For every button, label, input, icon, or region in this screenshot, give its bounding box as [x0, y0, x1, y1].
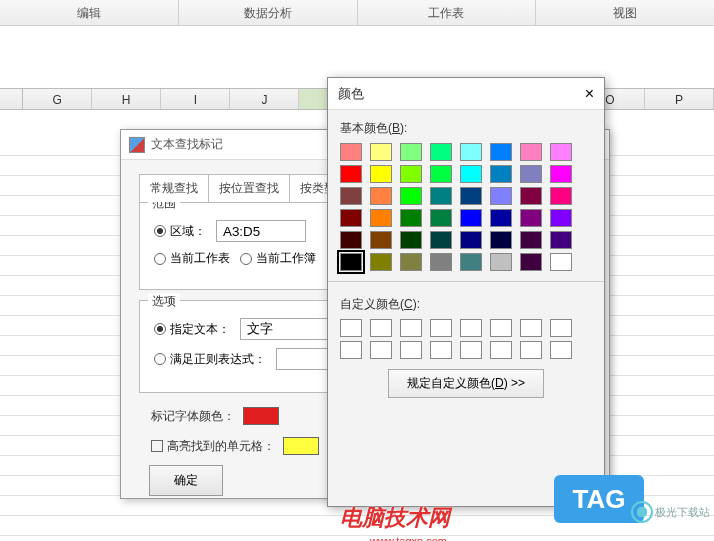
color-dialog-titlebar[interactable]: 颜色 ×	[328, 78, 604, 110]
custom-color-slot[interactable]	[460, 319, 482, 337]
main-toolbar: 编辑 数据分析 工作表 视图	[0, 0, 714, 26]
color-swatch[interactable]	[430, 165, 452, 183]
color-swatch[interactable]	[520, 231, 542, 249]
custom-color-slot[interactable]	[400, 319, 422, 337]
highlight-color-swatch[interactable]	[283, 437, 319, 455]
radio-regex[interactable]: 满足正则表达式：	[154, 351, 266, 368]
color-swatch[interactable]	[430, 187, 452, 205]
color-swatch[interactable]	[520, 209, 542, 227]
color-swatch[interactable]	[550, 143, 572, 161]
radio-worksheet[interactable]: 当前工作表	[154, 250, 230, 267]
color-swatch[interactable]	[520, 165, 542, 183]
define-custom-color-button[interactable]: 规定自定义颜色(D) >>	[388, 369, 544, 398]
color-swatch[interactable]	[430, 209, 452, 227]
mark-color-swatch[interactable]	[243, 407, 279, 425]
color-swatch[interactable]	[340, 143, 362, 161]
color-swatch[interactable]	[400, 187, 422, 205]
custom-color-slot[interactable]	[490, 341, 512, 359]
custom-color-slot[interactable]	[460, 341, 482, 359]
color-swatch[interactable]	[550, 209, 572, 227]
custom-color-slot[interactable]	[520, 319, 542, 337]
color-swatch[interactable]	[370, 253, 392, 271]
color-swatch[interactable]	[490, 253, 512, 271]
ok-button[interactable]: 确定	[149, 465, 223, 496]
color-swatch[interactable]	[400, 231, 422, 249]
area-input[interactable]	[216, 220, 306, 242]
color-swatch[interactable]	[430, 143, 452, 161]
tab-normal-find[interactable]: 常规查找	[139, 174, 209, 202]
color-swatch[interactable]	[430, 253, 452, 271]
radio-text[interactable]: 指定文本：	[154, 321, 230, 338]
col-J[interactable]: J	[230, 89, 299, 109]
app-icon	[129, 137, 145, 153]
color-swatch[interactable]	[520, 187, 542, 205]
select-all-corner[interactable]	[0, 89, 23, 109]
color-swatch[interactable]	[460, 187, 482, 205]
color-swatch[interactable]	[490, 231, 512, 249]
color-swatch[interactable]	[340, 209, 362, 227]
custom-color-slot[interactable]	[400, 341, 422, 359]
color-swatch[interactable]	[400, 253, 422, 271]
color-swatch[interactable]	[490, 209, 512, 227]
color-swatch[interactable]	[460, 253, 482, 271]
custom-color-slot[interactable]	[340, 341, 362, 359]
col-G[interactable]: G	[23, 89, 92, 109]
color-swatch[interactable]	[490, 165, 512, 183]
radio-workbook[interactable]: 当前工作簿	[240, 250, 316, 267]
custom-color-slot[interactable]	[370, 341, 392, 359]
custom-color-slot[interactable]	[430, 341, 452, 359]
color-swatch[interactable]	[400, 209, 422, 227]
color-swatch[interactable]	[490, 143, 512, 161]
color-swatch[interactable]	[460, 165, 482, 183]
toolbar-tab-view[interactable]: 视图	[536, 0, 714, 25]
toolbar-tab-sheet[interactable]: 工作表	[358, 0, 537, 25]
custom-color-slot[interactable]	[550, 319, 572, 337]
color-swatch[interactable]	[490, 187, 512, 205]
custom-color-slot[interactable]	[340, 319, 362, 337]
color-swatch[interactable]	[520, 253, 542, 271]
color-swatch[interactable]	[370, 143, 392, 161]
color-swatch[interactable]	[430, 231, 452, 249]
color-swatch[interactable]	[370, 231, 392, 249]
color-swatch[interactable]	[400, 165, 422, 183]
color-swatch[interactable]	[550, 187, 572, 205]
highlight-label: 高亮找到的单元格：	[167, 438, 275, 455]
color-swatch[interactable]	[370, 165, 392, 183]
text-input[interactable]	[240, 318, 330, 340]
color-dialog-close-button[interactable]: ×	[585, 85, 594, 103]
color-swatch[interactable]	[340, 187, 362, 205]
color-swatch[interactable]	[370, 187, 392, 205]
color-swatch[interactable]	[340, 253, 362, 271]
color-swatch[interactable]	[340, 165, 362, 183]
color-swatch[interactable]	[460, 231, 482, 249]
radio-regex-label: 满足正则表达式：	[170, 351, 266, 368]
color-dialog-title: 颜色	[338, 85, 364, 103]
col-I[interactable]: I	[161, 89, 230, 109]
custom-colors-label: 自定义颜色(C):	[340, 296, 592, 313]
custom-color-slot[interactable]	[370, 319, 392, 337]
color-swatch[interactable]	[460, 143, 482, 161]
radio-area[interactable]: 区域：	[154, 223, 206, 240]
radio-worksheet-label: 当前工作表	[170, 250, 230, 267]
color-swatch[interactable]	[550, 165, 572, 183]
toolbar-tab-edit[interactable]: 编辑	[0, 0, 179, 25]
col-P[interactable]: P	[645, 89, 714, 109]
custom-color-slot[interactable]	[520, 341, 542, 359]
custom-color-slot[interactable]	[490, 319, 512, 337]
tab-position-find[interactable]: 按位置查找	[208, 174, 290, 202]
color-swatch[interactable]	[520, 143, 542, 161]
mark-color-label: 标记字体颜色：	[151, 408, 235, 425]
toolbar-tab-analysis[interactable]: 数据分析	[179, 0, 358, 25]
radio-workbook-label: 当前工作簿	[256, 250, 316, 267]
col-H[interactable]: H	[92, 89, 161, 109]
color-swatch[interactable]	[400, 143, 422, 161]
color-swatch[interactable]	[550, 253, 572, 271]
highlight-checkbox[interactable]	[151, 440, 163, 452]
color-swatch[interactable]	[550, 231, 572, 249]
color-swatch[interactable]	[460, 209, 482, 227]
custom-color-slot[interactable]	[430, 319, 452, 337]
basic-colors-label: 基本颜色(B):	[340, 120, 592, 137]
color-swatch[interactable]	[370, 209, 392, 227]
color-swatch[interactable]	[340, 231, 362, 249]
custom-color-slot[interactable]	[550, 341, 572, 359]
